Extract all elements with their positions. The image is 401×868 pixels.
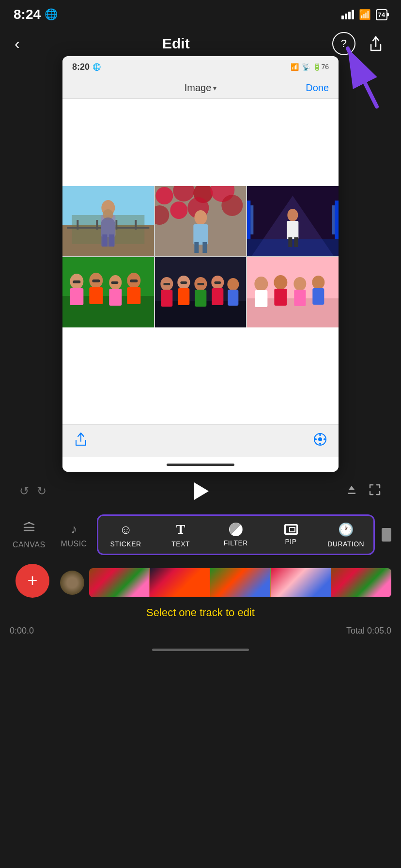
timeline-frame-4 bbox=[271, 568, 331, 597]
bottom-toolbar: CANVAS ♪ MUSIC ☺ STICKER T TEXT FILTER bbox=[0, 511, 401, 559]
grid-photo-3 bbox=[247, 186, 339, 256]
svg-rect-88 bbox=[348, 493, 355, 494]
timeline-total-time: Total 0:05.0 bbox=[346, 626, 391, 636]
svg-rect-14 bbox=[109, 234, 114, 247]
filter-tool[interactable]: FILTER bbox=[208, 516, 263, 554]
sticker-tool[interactable]: ☺ STICKER bbox=[98, 516, 154, 554]
svg-rect-10 bbox=[135, 220, 137, 230]
image-dropdown[interactable]: Image ▾ bbox=[185, 82, 217, 93]
download-icon[interactable] bbox=[345, 483, 358, 499]
timeline-strip[interactable] bbox=[89, 568, 391, 597]
grid-photo-6 bbox=[247, 257, 339, 327]
svg-point-85 bbox=[315, 438, 317, 440]
svg-rect-27 bbox=[194, 242, 199, 253]
mockup-home-indicator bbox=[62, 457, 339, 472]
svg-point-84 bbox=[319, 443, 321, 445]
mockup-nav: Image ▾ Done bbox=[62, 78, 339, 99]
page-title: Edit bbox=[162, 35, 190, 52]
battery-level: 74 bbox=[378, 11, 385, 18]
svg-rect-79 bbox=[313, 288, 324, 305]
grid-photo-5 bbox=[155, 257, 247, 327]
svg-rect-52 bbox=[111, 281, 118, 284]
svg-rect-51 bbox=[92, 279, 100, 282]
back-button[interactable]: ‹ bbox=[15, 35, 20, 53]
signal-bar-2 bbox=[345, 14, 347, 19]
svg-rect-63 bbox=[212, 288, 223, 305]
canvas-label: CANVAS bbox=[13, 541, 46, 549]
svg-point-64 bbox=[227, 278, 239, 291]
duration-label: DURATION bbox=[327, 540, 364, 548]
duration-tool[interactable]: 🕐 DURATION bbox=[318, 516, 373, 554]
purple-arrow-svg bbox=[338, 39, 396, 116]
svg-rect-50 bbox=[73, 280, 80, 283]
mockup-nav-title: Image bbox=[185, 82, 212, 93]
highlighted-toolbar: ☺ STICKER T TEXT FILTER PIP 🕐 DURATION bbox=[97, 514, 375, 555]
sticker-label: STICKER bbox=[110, 540, 141, 548]
undo-button[interactable]: ↺ bbox=[19, 484, 29, 498]
svg-point-22 bbox=[170, 202, 187, 219]
music-tool[interactable]: ♪ MUSIC bbox=[53, 522, 95, 548]
canvas-tool[interactable]: CANVAS bbox=[5, 521, 53, 549]
svg-rect-28 bbox=[202, 242, 207, 253]
svg-rect-45 bbox=[89, 287, 103, 304]
svg-rect-68 bbox=[197, 283, 204, 285]
signal-bars bbox=[341, 10, 354, 19]
svg-line-89 bbox=[24, 523, 29, 525]
play-icon bbox=[194, 482, 209, 500]
svg-point-82 bbox=[318, 437, 322, 441]
mockup-edit-icon[interactable] bbox=[313, 433, 327, 450]
svg-rect-38 bbox=[289, 237, 293, 247]
timeline-frame-5 bbox=[331, 568, 391, 597]
svg-rect-34 bbox=[332, 205, 335, 234]
mockup-status-icons: 📶 📡 🔋76 bbox=[291, 63, 329, 71]
redo-button[interactable]: ↻ bbox=[37, 484, 46, 498]
signal-bar-4 bbox=[352, 10, 354, 19]
timeline-frame-1 bbox=[89, 568, 150, 597]
globe-icon: 🌐 bbox=[45, 8, 58, 21]
timeline-frame-2 bbox=[150, 568, 210, 597]
select-track-container: Select one track to edit bbox=[0, 603, 401, 623]
timeline-area: + bbox=[0, 559, 401, 603]
svg-marker-87 bbox=[349, 486, 355, 490]
wifi-icon: 📶 bbox=[359, 9, 371, 20]
svg-point-25 bbox=[194, 210, 207, 225]
speed-tool[interactable] bbox=[377, 522, 396, 547]
signal-bar-3 bbox=[348, 12, 351, 19]
svg-rect-65 bbox=[228, 290, 238, 306]
music-icon: ♪ bbox=[71, 522, 77, 537]
svg-rect-6 bbox=[67, 227, 149, 229]
svg-rect-37 bbox=[287, 221, 299, 239]
svg-rect-26 bbox=[193, 224, 208, 245]
mockup-footer bbox=[62, 424, 339, 457]
timeline-start-time: 0:00.0 bbox=[10, 626, 34, 636]
home-bar bbox=[167, 464, 234, 466]
mockup-share-icon[interactable] bbox=[74, 432, 88, 450]
svg-point-86 bbox=[324, 438, 325, 440]
svg-rect-57 bbox=[161, 290, 172, 307]
svg-rect-7 bbox=[77, 220, 78, 230]
svg-rect-32 bbox=[335, 201, 339, 239]
add-button[interactable]: + bbox=[15, 564, 49, 598]
svg-rect-47 bbox=[109, 289, 122, 306]
text-tool[interactable]: T TEXT bbox=[153, 516, 208, 554]
speed-icon bbox=[382, 528, 391, 542]
done-button[interactable]: Done bbox=[306, 82, 329, 93]
svg-line-2 bbox=[348, 48, 377, 107]
play-button[interactable] bbox=[187, 478, 214, 505]
fullscreen-icon[interactable] bbox=[368, 483, 382, 499]
timeline-dot bbox=[60, 571, 84, 595]
timeline-frame-3 bbox=[210, 568, 271, 597]
home-indicator-bar bbox=[152, 649, 249, 651]
svg-rect-35 bbox=[247, 239, 339, 256]
svg-rect-13 bbox=[102, 234, 107, 247]
pip-tool[interactable]: PIP bbox=[263, 516, 319, 554]
svg-point-24 bbox=[221, 195, 243, 216]
image-grid bbox=[62, 186, 339, 327]
pip-icon bbox=[284, 524, 298, 535]
svg-rect-39 bbox=[294, 237, 298, 247]
arrow-annotation bbox=[338, 39, 396, 118]
text-icon: T bbox=[176, 522, 185, 537]
svg-point-76 bbox=[294, 277, 307, 291]
svg-point-11 bbox=[101, 200, 115, 216]
canvas-icon bbox=[22, 521, 36, 538]
